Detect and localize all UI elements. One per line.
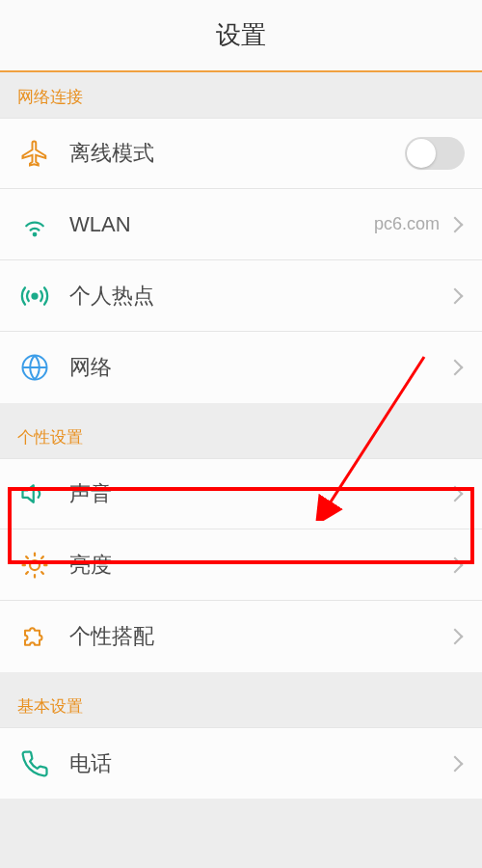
globe-icon [17, 350, 52, 385]
chevron-right-icon [447, 486, 464, 502]
airplane-toggle[interactable] [405, 137, 465, 170]
puzzle-icon [17, 619, 52, 654]
header-bar: 设置 [0, 0, 482, 72]
row-sound[interactable]: 声音 [0, 458, 482, 529]
chevron-right-icon [447, 755, 464, 772]
row-label: 声音 [69, 479, 449, 508]
svg-point-0 [34, 232, 37, 235]
section-header-network: 网络连接 [0, 72, 482, 118]
row-label: 离线模式 [69, 139, 405, 168]
toggle-knob [407, 139, 436, 168]
page-title: 设置 [216, 18, 266, 52]
row-label: WLAN [69, 212, 374, 237]
chevron-right-icon [447, 360, 464, 376]
section-header-personal: 个性设置 [0, 413, 482, 458]
svg-point-3 [30, 560, 40, 570]
chevron-right-icon [447, 556, 464, 573]
row-wlan[interactable]: WLAN pc6.com [0, 189, 482, 260]
row-airplane-mode[interactable]: 离线模式 [0, 118, 482, 189]
row-hotspot[interactable]: 个人热点 [0, 260, 482, 332]
row-theme[interactable]: 个性搭配 [0, 601, 482, 672]
chevron-right-icon [447, 216, 464, 232]
row-label: 亮度 [69, 551, 449, 580]
chevron-right-icon [447, 287, 464, 304]
wifi-icon [17, 207, 52, 242]
airplane-icon [17, 136, 52, 171]
row-label: 电话 [69, 749, 449, 778]
row-label: 个性搭配 [69, 622, 449, 651]
section-header-basic: 基本设置 [0, 682, 482, 727]
row-network[interactable]: 网络 [0, 332, 482, 403]
hotspot-icon [17, 279, 52, 313]
group-personal: 声音 亮度 个性搭配 [0, 458, 482, 672]
group-basic: 电话 [0, 727, 482, 799]
row-label: 网络 [69, 353, 449, 382]
chevron-right-icon [447, 629, 464, 645]
svg-point-1 [33, 293, 38, 298]
group-network: 离线模式 WLAN pc6.com 个人热点 [0, 118, 482, 403]
phone-icon [17, 746, 52, 781]
speaker-icon [17, 476, 52, 511]
row-label: 个人热点 [69, 282, 449, 311]
row-value: pc6.com [374, 214, 440, 234]
row-brightness[interactable]: 亮度 [0, 529, 482, 601]
sun-icon [17, 548, 52, 583]
row-phone[interactable]: 电话 [0, 727, 482, 799]
